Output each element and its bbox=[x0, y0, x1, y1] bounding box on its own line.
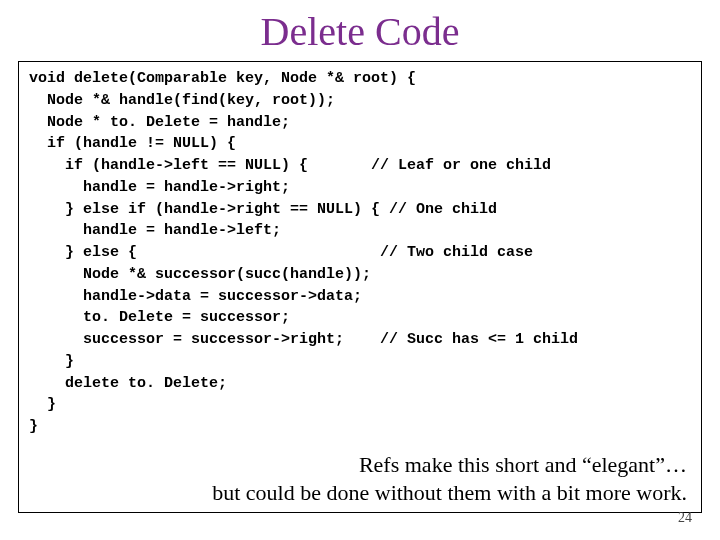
caption-line-1: Refs make this short and “elegant”… bbox=[359, 452, 687, 477]
code-line: } bbox=[29, 351, 691, 373]
slide-title: Delete Code bbox=[0, 8, 720, 55]
code-line: if (handle->left == NULL) { // Leaf or o… bbox=[29, 155, 691, 177]
caption-line-2: but could be done without them with a bi… bbox=[212, 480, 687, 505]
code-line: successor = successor->right; // Succ ha… bbox=[29, 329, 691, 351]
code-line: handle = handle->left; bbox=[29, 220, 691, 242]
code-line: if (handle != NULL) { bbox=[29, 133, 691, 155]
code-line: Node *& handle(find(key, root)); bbox=[29, 90, 691, 112]
code-line: } bbox=[29, 394, 691, 416]
code-line: Node * to. Delete = handle; bbox=[29, 112, 691, 134]
code-container: void delete(Comparable key, Node *& root… bbox=[18, 61, 702, 513]
code-line: delete to. Delete; bbox=[29, 373, 691, 395]
code-line: } bbox=[29, 416, 691, 438]
code-line: } else if (handle->right == NULL) { // O… bbox=[29, 199, 691, 221]
code-line: to. Delete = successor; bbox=[29, 307, 691, 329]
page-number: 24 bbox=[678, 510, 692, 526]
slide-caption: Refs make this short and “elegant”… but … bbox=[212, 451, 687, 506]
code-line: void delete(Comparable key, Node *& root… bbox=[29, 68, 691, 90]
code-line: } else { // Two child case bbox=[29, 242, 691, 264]
code-line: handle->data = successor->data; bbox=[29, 286, 691, 308]
code-line: Node *& successor(succ(handle)); bbox=[29, 264, 691, 286]
code-line: handle = handle->right; bbox=[29, 177, 691, 199]
